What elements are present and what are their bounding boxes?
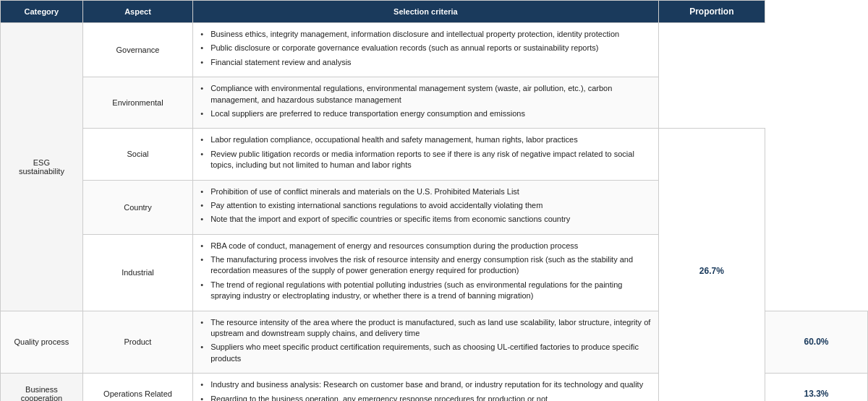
criteria-item: Review public litigation records or medi… xyxy=(200,149,650,171)
header-category: Category xyxy=(1,1,83,23)
criteria-item: Pay attention to existing international … xyxy=(200,200,650,211)
proportion-quality: 60.0% xyxy=(765,311,867,374)
category-esg: ESG sustainability xyxy=(1,23,83,311)
criteria-item: The trend of regional regulations with p… xyxy=(200,280,650,302)
aspect-cell: Governance xyxy=(82,23,192,77)
aspect-cell: Country xyxy=(82,180,192,234)
criteria-item: Regarding to the business operation, any… xyxy=(200,394,650,401)
criteria-item: RBA code of conduct, management of energ… xyxy=(200,241,650,251)
criteria-cell: Prohibition of use of conflict minerals … xyxy=(193,180,658,234)
criteria-item: The resource intensity of the area where… xyxy=(200,317,650,340)
criteria-item: Labor regulation compliance, occupationa… xyxy=(200,134,650,145)
criteria-item: Suppliers who meet specific product cert… xyxy=(200,342,650,364)
proportion-esg: 26.7% xyxy=(658,129,765,401)
header-aspect: Aspect xyxy=(82,1,192,23)
criteria-item: Public disclosure or corporate governanc… xyxy=(200,43,650,53)
criteria-item: Prohibition of use of conflict minerals … xyxy=(200,186,650,197)
aspect-cell: Social xyxy=(82,129,192,180)
criteria-item: Financial statement review and analysis xyxy=(200,57,650,68)
aspect-cell: Industrial xyxy=(82,234,192,311)
criteria-item: Compliance with environmental regulation… xyxy=(200,83,650,105)
proportion-business: 13.3% xyxy=(765,374,867,401)
criteria-cell: Labor regulation compliance, occupationa… xyxy=(193,129,658,180)
criteria-item: Industry and business analysis: Research… xyxy=(200,379,650,390)
criteria-operations: Industry and business analysis: Research… xyxy=(193,374,658,401)
header-criteria: Selection criteria xyxy=(193,1,658,23)
criteria-cell: Compliance with environmental regulation… xyxy=(193,77,658,129)
criteria-item: Business ethics, integrity management, i… xyxy=(200,29,650,40)
criteria-item: The manufacturing process involves the r… xyxy=(200,254,650,277)
aspect-operations: Operations Related xyxy=(82,374,192,401)
aspect-product: Product xyxy=(82,311,192,374)
header-proportion: Proportion xyxy=(658,1,765,23)
criteria-item: Local suppliers are preferred to reduce … xyxy=(200,108,650,119)
category-quality: Quality process xyxy=(1,311,83,374)
criteria-cell: Business ethics, integrity management, i… xyxy=(193,23,658,77)
category-business: Business cooperation xyxy=(1,374,83,401)
criteria-item: Note that the import and export of speci… xyxy=(200,214,650,225)
criteria-cell: RBA code of conduct, management of energ… xyxy=(193,234,658,311)
main-table: Category Aspect Selection criteria Propo… xyxy=(0,0,868,401)
criteria-product: The resource intensity of the area where… xyxy=(193,311,658,374)
aspect-cell: Environmental xyxy=(82,77,192,129)
